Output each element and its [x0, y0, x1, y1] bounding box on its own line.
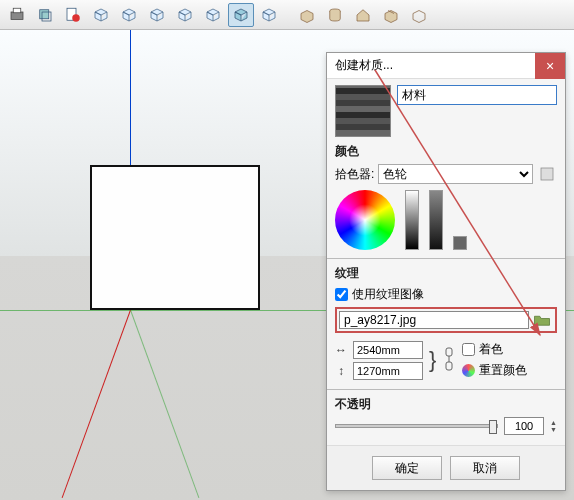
toolbar-iso6[interactable]	[256, 3, 282, 27]
texture-width-input[interactable]	[353, 341, 423, 359]
toolbar-box[interactable]	[294, 3, 320, 27]
opacity-input[interactable]	[504, 417, 544, 435]
toolbar-house[interactable]	[350, 3, 376, 27]
svg-point-5	[72, 14, 80, 22]
svg-rect-8	[541, 168, 553, 180]
spinner-icon[interactable]: ▲▼	[550, 419, 557, 433]
material-preview	[335, 85, 391, 137]
texture-file-row	[335, 307, 557, 333]
value-gradient[interactable]	[405, 190, 419, 250]
svg-rect-1	[13, 8, 21, 13]
axis-green-neg	[130, 310, 199, 498]
texture-file-input[interactable]	[339, 311, 529, 329]
toolbar-box3[interactable]	[406, 3, 432, 27]
toolbar-iso1[interactable]	[88, 3, 114, 27]
create-material-dialog: 创建材质... × 颜色 拾色器: 色轮 纹理 使用纹理图像	[326, 52, 566, 491]
svg-rect-9	[446, 348, 452, 356]
close-button[interactable]: ×	[535, 53, 565, 79]
toolbar-cylinder[interactable]	[322, 3, 348, 27]
reset-color-icon[interactable]	[462, 364, 475, 377]
material-name-input[interactable]	[397, 85, 557, 105]
dialog-title-text: 创建材质...	[335, 57, 393, 74]
picker-label: 拾色器:	[335, 166, 374, 183]
color-wheel[interactable]	[335, 190, 395, 250]
color-sample[interactable]	[453, 236, 467, 250]
toolbar-printer[interactable]	[4, 3, 30, 27]
picker-select[interactable]: 色轮	[378, 164, 533, 184]
color-section-label: 颜色	[335, 143, 557, 160]
reset-color-label: 重置颜色	[479, 362, 527, 379]
picker-dropdown-icon[interactable]	[537, 164, 557, 184]
main-toolbar	[0, 0, 574, 30]
toolbar-warning[interactable]	[60, 3, 86, 27]
cancel-button[interactable]: 取消	[450, 456, 520, 480]
dialog-titlebar[interactable]: 创建材质... ×	[327, 53, 565, 79]
toolbar-iso4[interactable]	[172, 3, 198, 27]
height-icon: ↕	[335, 364, 347, 378]
browse-button[interactable]	[531, 311, 553, 329]
alpha-gradient[interactable]	[429, 190, 443, 250]
use-texture-checkbox[interactable]	[335, 288, 348, 301]
svg-rect-10	[446, 362, 452, 370]
toolbar-iso3[interactable]	[144, 3, 170, 27]
colorize-label: 着色	[479, 341, 503, 358]
ok-button[interactable]: 确定	[372, 456, 442, 480]
texture-section-label: 纹理	[335, 265, 557, 282]
width-icon: ↔	[335, 343, 347, 357]
toolbar-shadowbox[interactable]	[32, 3, 58, 27]
opacity-section-label: 不透明	[335, 396, 557, 413]
toolbar-iso-active[interactable]	[228, 3, 254, 27]
colorize-checkbox[interactable]	[462, 343, 475, 356]
opacity-slider[interactable]	[335, 424, 498, 428]
model-rectangle[interactable]	[90, 165, 260, 310]
axis-red	[62, 310, 131, 498]
texture-height-input[interactable]	[353, 362, 423, 380]
toolbar-openbox[interactable]	[378, 3, 404, 27]
brace-icon: }	[429, 351, 436, 369]
use-texture-label: 使用纹理图像	[352, 286, 424, 303]
svg-rect-2	[40, 9, 49, 18]
toolbar-iso5[interactable]	[200, 3, 226, 27]
link-aspect-icon[interactable]	[442, 346, 456, 375]
toolbar-iso2[interactable]	[116, 3, 142, 27]
